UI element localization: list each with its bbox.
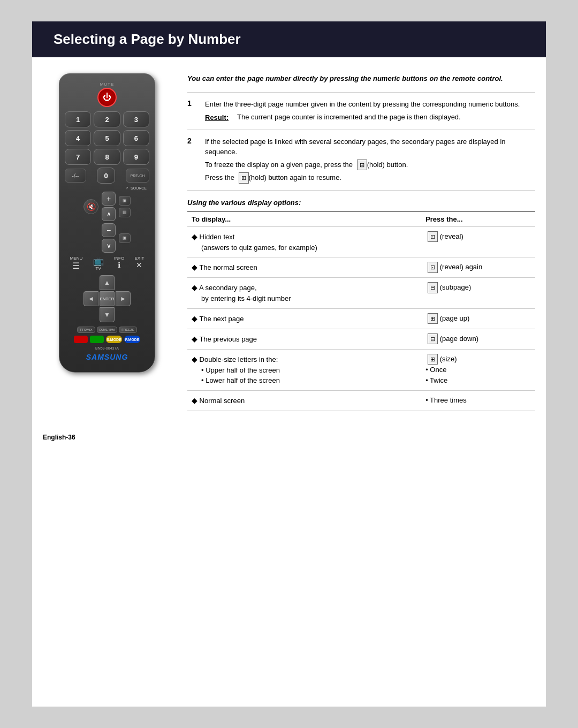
- display-options-table: To display... Press the... ◆ Hidden text…: [187, 211, 535, 411]
- samsung-logo: SAMSUNG: [65, 353, 149, 361]
- blue-button[interactable]: P.MODE: [124, 336, 140, 343]
- num-2-button[interactable]: 2: [94, 111, 120, 127]
- label-row: P SOURCE: [65, 186, 149, 190]
- right-column: You can enter the page number directly b…: [187, 73, 535, 411]
- subpage-icon: ⊟: [428, 282, 438, 293]
- side-icons: ▣ ▤: [119, 196, 131, 217]
- freeze-button[interactable]: FREEZE: [119, 327, 137, 333]
- dualh-button[interactable]: DUAL H/M: [97, 327, 117, 333]
- reveal-again-icon: ⊡: [428, 262, 438, 273]
- left-column: MUTE 1 2 3 4 5 6 7 8 9 -/-- 0: [43, 73, 171, 411]
- side-icon-3[interactable]: ▣: [119, 233, 131, 243]
- num-0-button[interactable]: 0: [97, 168, 115, 184]
- table-row: ◆ The next page ⊞ (page up): [187, 308, 535, 329]
- side-icon-1[interactable]: ▣: [119, 196, 131, 206]
- power-button[interactable]: [97, 88, 117, 107]
- page-container: Selecting a Page by Number MUTE 1 2 3 4 …: [32, 21, 546, 707]
- table-row: ◆ Normal screen • Three times: [187, 390, 535, 411]
- vol-up-button[interactable]: +: [102, 192, 116, 206]
- step-2-text-2: To freeze the display on a given page, p…: [205, 160, 535, 171]
- ttxmix-button[interactable]: TTX/MIX: [77, 327, 95, 333]
- special-row: -/-- 0 PRE-CH: [65, 168, 149, 184]
- enter-button[interactable]: ENTER: [100, 291, 115, 306]
- bullet-icon: ◆: [192, 355, 197, 363]
- vol-down-button[interactable]: −: [102, 223, 116, 237]
- col2-header: Press the...: [421, 211, 535, 227]
- press-col: ⊟ (page down): [421, 329, 535, 349]
- ch-up-button[interactable]: ∧: [102, 207, 116, 221]
- source-label: SOURCE: [131, 186, 147, 190]
- step-2-row: 2 If the selected page is linked with se…: [187, 130, 535, 191]
- pageup-icon: ⊞: [428, 313, 438, 324]
- yellow-button[interactable]: S.MODE: [106, 336, 122, 343]
- side-icon-2[interactable]: ▤: [119, 208, 131, 217]
- power-label: MUTE: [65, 82, 149, 87]
- dpad-left-button[interactable]: ◄: [83, 291, 98, 306]
- dpad-corner-tl: [83, 275, 98, 290]
- bullet-icon: ◆: [192, 396, 197, 405]
- press-col: ⊞ (page up): [421, 308, 535, 329]
- num-4-button[interactable]: 4: [65, 130, 91, 146]
- prech-button[interactable]: PRE-CH: [126, 169, 149, 183]
- result-row: Result: The current page counter is incr…: [205, 112, 535, 123]
- step-1-row: 1 Enter the three-digit page number give…: [187, 92, 535, 130]
- dpad-corner-bl: [83, 307, 98, 322]
- table-row: ◆ The previous page ⊟ (page down): [187, 329, 535, 349]
- pagedown-icon: ⊟: [428, 333, 438, 345]
- remote-control: MUTE 1 2 3 4 5 6 7 8 9 -/-- 0: [59, 73, 155, 373]
- bullet-icon: ◆: [192, 232, 197, 241]
- dpad-container: ▲ ◄ ENTER ► ▼: [65, 275, 149, 322]
- num-8-button[interactable]: 8: [94, 149, 120, 165]
- exit-button[interactable]: EXIT ✕: [134, 256, 144, 271]
- color-buttons-row: S.MODE P.MODE: [65, 336, 149, 343]
- num-3-button[interactable]: 3: [123, 111, 149, 127]
- dpad-right-button[interactable]: ►: [116, 291, 131, 306]
- press-col: ⊡ (reveal): [421, 226, 535, 257]
- result-text: The current page counter is incremented …: [237, 112, 461, 123]
- table-row: ◆ The normal screen ⊡ (reveal) again: [187, 257, 535, 278]
- dpad: ▲ ◄ ENTER ► ▼: [83, 275, 131, 322]
- dpad-corner-tr: [116, 275, 131, 290]
- double-size-detail1: • Upper half of the screen: [192, 366, 280, 374]
- intro-text: You can enter the page number directly b…: [187, 73, 535, 84]
- step-1-number: 1: [187, 99, 197, 123]
- step-1-content: Enter the three-digit page number given …: [205, 99, 535, 123]
- dpad-corner-br: [116, 307, 131, 322]
- hold-icon-2: ⊞: [239, 172, 249, 184]
- tv-info-row: MENU ☰ 📺 TV INFO ℹ EXIT ✕: [65, 256, 149, 271]
- page-title: Selecting a Page by Number: [54, 31, 524, 48]
- content-area: MUTE 1 2 3 4 5 6 7 8 9 -/-- 0: [32, 73, 546, 422]
- press-col: • Three times: [421, 390, 535, 411]
- bullet-icon: ◆: [192, 335, 197, 343]
- footer: English-36: [32, 422, 546, 446]
- num-1-button[interactable]: 1: [65, 111, 91, 127]
- press-col: ⊞ (size) • Once • Twice: [421, 349, 535, 390]
- mute-button[interactable]: 🔇: [83, 199, 98, 214]
- display-options-section: Using the various display options: To di…: [187, 199, 535, 411]
- num-7-button[interactable]: 7: [65, 149, 91, 165]
- menu-button[interactable]: MENU ☰: [70, 256, 83, 271]
- red-button[interactable]: [74, 336, 88, 343]
- dpad-down-button[interactable]: ▼: [100, 307, 115, 322]
- step-1-text: Enter the three-digit page number given …: [205, 99, 535, 110]
- table-header-row: To display... Press the...: [187, 211, 535, 227]
- num-6-button[interactable]: 6: [123, 130, 149, 146]
- dpad-up-button[interactable]: ▲: [100, 275, 115, 290]
- step-2-text-3: Press the ⊞(hold) button again to resume…: [205, 172, 535, 184]
- bullet-icon: ◆: [192, 283, 197, 292]
- green-button[interactable]: [90, 336, 104, 343]
- table-row: ◆ A secondary page, by entering its 4-di…: [187, 278, 535, 309]
- tv-button[interactable]: 📺 TV: [93, 256, 104, 271]
- display-col: ◆ Normal screen: [187, 390, 421, 411]
- dash-button[interactable]: -/--: [65, 169, 86, 183]
- col1-header: To display...: [187, 211, 421, 227]
- hidden-text-detail: (answers to quiz games, for example): [192, 244, 317, 252]
- ch-down-button[interactable]: ∨: [102, 239, 116, 253]
- num-9-button[interactable]: 9: [123, 149, 149, 165]
- info-button[interactable]: INFO ℹ: [114, 256, 124, 271]
- secondary-page-detail: by entering its 4-digit number: [192, 294, 291, 302]
- p-label: P: [125, 186, 128, 190]
- num-5-button[interactable]: 5: [94, 130, 120, 146]
- step-2-text: If the selected page is linked with seve…: [205, 136, 535, 157]
- hold-icon-1: ⊞: [357, 160, 367, 171]
